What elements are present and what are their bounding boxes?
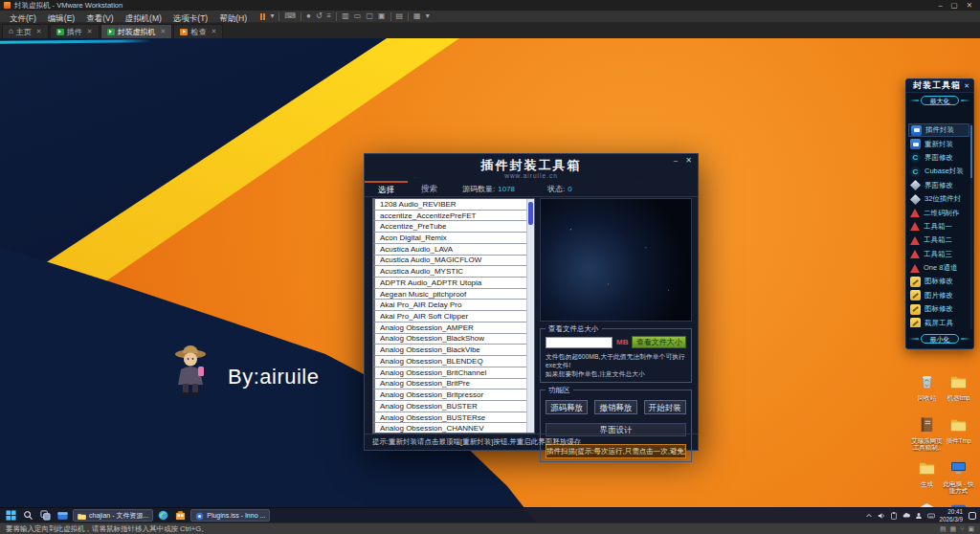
tab-主页[interactable]: ⌂主页✕ [2,24,49,38]
taskbar-app-0[interactable]: chajian - 文件资源... [73,509,153,522]
toolbox-item-界面修改[interactable]: 界面修改 [908,179,969,192]
hdd-status-icon[interactable]: ▤ [940,523,947,534]
menu-查看[interactable]: 查看(V) [80,13,119,23]
plugin-list-item[interactable]: Analog Obsession_BlackShow [373,334,526,345]
toolbox-item-重新封装[interactable]: 重新封装 [908,137,969,150]
plugin-list-item[interactable]: 1208 Audio_REVIBER [373,199,526,211]
chevron-down-icon[interactable]: ▾ [270,11,274,22]
plugin-list-item[interactable]: Analog Obsession_BritPre [373,379,526,390]
plugin-list-item[interactable]: Acustica Audio_LAVA [373,244,526,256]
chevron-up-icon[interactable] [864,511,873,520]
plugin-list-item[interactable]: ADPTR Audio_ADPTR Utopia [373,278,526,289]
dialog-tab-search[interactable]: 搜索 [408,181,451,197]
desktop-icon-生成[interactable]: 生成 [911,458,943,501]
tray-clock[interactable]: 20:412026/3/9 [939,508,963,522]
menu-帮助[interactable]: 帮助(H) [213,13,253,23]
tab-插件[interactable]: 插件✕ [50,24,100,38]
plugin-list-item[interactable]: Analog Obsession_BlackVibe [373,345,526,356]
keyboard-icon[interactable] [926,511,935,520]
tab-close-icon[interactable]: ✕ [36,28,42,35]
plugin-list-item[interactable]: Akai Pro_AIR Delay Pro [373,300,526,311]
tab-close-icon[interactable]: ✕ [161,28,167,35]
display-settings-icon[interactable]: ▦ [413,11,421,22]
plugin-list-item[interactable]: Akai Pro_AIR Soft Clipper [373,311,526,323]
toolbox-item-32位插件封[interactable]: 32位插件封 [908,192,969,206]
release-source-button[interactable]: 源码释放 [546,400,588,414]
menu-文件[interactable]: 文件(F) [4,13,42,23]
toolbox-item-插件封装[interactable]: 插件封装 [908,123,969,137]
plugin-list-item[interactable]: Analog Obsession_BUSTER [373,401,526,412]
tab-close-icon[interactable]: ✕ [211,28,216,35]
edge-icon[interactable] [156,509,170,522]
toolbox-item-界面修改[interactable]: 界面修改 [908,151,969,165]
tab-封装虚拟机[interactable]: 封装虚拟机✕ [100,24,173,38]
plugin-list-item[interactable]: Analog Obsession_AMPER [373,323,526,334]
toolbox-close-button[interactable]: ✕ [964,82,969,90]
toolbox-item-二维码制作[interactable]: 二维码制作 [908,206,969,219]
usb-status-icon[interactable]: ⑂ [960,523,964,534]
toolbox-item-图片修改[interactable]: 图片修改 [908,289,969,302]
taskbar-app-1[interactable]: Plugins.iss - Inno ... [190,509,270,522]
toolbox-item-工具箱三[interactable]: 工具箱三 [908,248,969,261]
task-view-icon[interactable] [38,509,53,522]
plugin-list-item[interactable]: accentize_AccentizePreFET [373,211,526,222]
dialog-tab-select[interactable]: 选择 [365,181,408,197]
desktop-icon-回收站[interactable]: 回收站 [911,372,943,415]
toolbox-item-Cubase封装[interactable]: Cubase封装 [908,165,969,178]
chevron-down-icon[interactable]: ▾ [426,11,430,22]
plugin-list-item[interactable]: Accentize_PreTube [373,221,526,233]
plugin-list-item[interactable]: Analog Obsession_CHANNEV [373,423,526,434]
unity-icon[interactable]: ▣ [378,11,386,22]
toolbox-scrollbar[interactable] [970,123,973,329]
notification-bell-icon[interactable] [969,512,976,520]
network-status-icon[interactable]: ▦ [950,523,957,534]
pause-icon[interactable] [260,13,266,20]
tab-close-icon[interactable]: ✕ [87,28,93,35]
menu-选项卡[interactable]: 选项卡(T) [167,13,213,23]
check-file-size-button[interactable]: 查看文件大小 [632,336,686,348]
dialog-close-button[interactable]: ✕ [685,156,692,165]
toolbox-item-工具箱一[interactable]: 工具箱一 [908,220,969,234]
window-maximize-button[interactable]: ▢ [951,0,958,11]
window-close-button[interactable]: ✕ [967,0,972,11]
plugin-list-item[interactable]: Acustica Audio_MYSTIC [373,266,526,278]
toolbox-maximize-button[interactable]: 最大化 [921,96,959,105]
toolbox-item-工具箱二[interactable]: 工具箱二 [908,234,969,247]
snapshot-revert-icon[interactable]: ↺ [316,11,323,22]
menu-虚拟机[interactable]: 虚拟机(M) [120,13,167,23]
plugin-list-item[interactable]: Analog Obsession_BLENDEQ [373,356,526,367]
snapshot-take-icon[interactable]: ● [306,11,311,22]
file-size-input[interactable] [546,337,612,348]
desktop-icon-机器tmp[interactable]: 机器tmp [943,372,974,415]
plugin-list-scrollbar[interactable] [526,199,534,433]
plugin-list-item[interactable]: Analog Obsession_BUSTERse [373,412,526,424]
library-panel-icon[interactable]: ▥ [342,11,349,22]
toolbox-minimize-button[interactable]: 最小化 [921,334,959,344]
file-explorer-icon[interactable] [56,509,70,522]
console-view-icon[interactable]: ▤ [396,11,404,22]
desktop-icon-插件Tmp[interactable]: 插件Tmp [943,415,974,458]
toolbox-item-截屏工具[interactable]: 截屏工具 [908,316,969,327]
onedrive-icon[interactable] [902,511,910,520]
volume-icon[interactable] [877,511,885,520]
snapshot-manage-icon[interactable]: ≡ [327,11,332,22]
toolbox-item-图标修改[interactable]: 图标修改 [908,275,969,288]
thumbnail-bar-icon[interactable]: ▭ [354,11,362,22]
toolbox-item-One 8通道[interactable]: One 8通道 [908,261,969,275]
start-icon[interactable] [4,509,18,522]
dialog-minimize-button[interactable]: – [674,156,678,165]
toolbox-item-图标修改[interactable]: 图标修改 [908,302,969,316]
scrollbar-thumb[interactable] [528,202,533,225]
plugin-list-item[interactable]: Acon Digital_Remix [373,233,526,244]
menu-编辑[interactable]: 编辑(E) [42,13,80,23]
window-minimize-button[interactable]: – [938,0,942,11]
store-icon[interactable] [173,509,188,522]
plugin-list-item[interactable]: Analog Obsession_BritChannel [373,367,526,379]
devices-icon[interactable]: ⌨ [284,11,296,22]
plugin-list-item[interactable]: Analog Obsession_Britpressor [373,389,526,401]
plugin-list-item[interactable]: Acustica Audio_MAGICFLOW [373,256,526,267]
clipboard-icon[interactable] [889,511,898,520]
search-icon[interactable] [21,509,35,522]
person-icon[interactable] [914,511,923,520]
undo-release-button[interactable]: 撤销释放 [594,400,636,414]
